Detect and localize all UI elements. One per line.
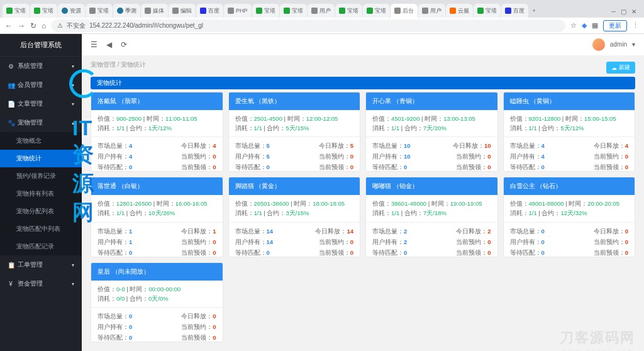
pet-stat-card: 白雪公主 （钻石）价值：48001-88000 | 时间：20:00-20:05… — [503, 177, 636, 257]
breadcrumb: 宠物管理 / 宠物统计 — [82, 55, 644, 74]
reload-button[interactable]: ↻ — [30, 21, 36, 30]
browser-tab[interactable]: 后台 — [391, 4, 418, 18]
new-tab-button[interactable]: + — [529, 4, 540, 18]
card-info: 价值：0-0 | 时间：00:00-00:00消耗：0/0 | 合约：0天/0% — [91, 281, 223, 307]
card-info: 价值：38601-48000 | 时间：19:00-19:05消耗：1/1 | … — [366, 195, 497, 221]
sidebar-group[interactable]: ⚙系统管理▾ — [0, 57, 82, 75]
watermark-url: www.dkewl.com — [562, 347, 635, 351]
sidebar-item[interactable]: 宠物分配列表 — [0, 203, 82, 220]
sidebar-item[interactable]: 宠物匹配中列表 — [0, 220, 82, 238]
close-icon[interactable]: ✕ — [631, 8, 636, 15]
breadcrumb-current: 宠物统计 — [121, 61, 146, 68]
chevron-icon: ▾ — [72, 64, 74, 69]
insecure-icon: ⚠ — [57, 22, 63, 29]
insecure-label: 不安全 — [67, 21, 86, 30]
tab-favicon — [145, 8, 151, 14]
main-content: ☰ ◀ ⟳ admin ▾ ☁ 新建 宠物管理 / 宠物统计 宠物统计 洛戴鼠 … — [82, 34, 644, 351]
sidebar-icon: 📄 — [8, 101, 14, 108]
tab-favicon — [34, 8, 40, 14]
browser-tab[interactable]: PHP — [224, 4, 252, 18]
star-icon[interactable]: ☆ — [570, 21, 577, 30]
browser-tab[interactable]: 媒体 — [141, 4, 168, 18]
user-dropdown-icon[interactable]: ▾ — [632, 41, 635, 48]
card-stats: 市场总量：0今日释放：0用户持有：0当前预约：0等待匹配：0当前预领：0 — [91, 307, 223, 342]
card-info: 价值：26501-38600 | 时间：18:00-18:05消耗：1/1 | … — [229, 195, 360, 221]
browser-tab[interactable]: 资源 — [58, 4, 85, 18]
card-info: 价值：48001-88000 | 时间：20:00-20:05消耗：1/1 | … — [504, 195, 635, 221]
sidebar-item[interactable]: 预约/领养记录 — [0, 167, 82, 185]
tab-favicon — [89, 8, 96, 14]
card-header: 皇后 （尚未開放） — [91, 263, 223, 281]
menu-toggle-icon[interactable]: ☰ — [91, 40, 97, 49]
home-button[interactable]: ⌂ — [42, 21, 46, 30]
tab-favicon — [367, 8, 373, 14]
sidebar-item[interactable]: 宠物概念 — [0, 132, 82, 150]
refresh-icon[interactable]: ⟳ — [121, 40, 127, 49]
tab-favicon — [200, 8, 206, 14]
page-title: 宠物统计 — [91, 77, 635, 89]
tab-favicon — [394, 8, 401, 14]
collapse-icon[interactable]: ◀ — [106, 40, 112, 49]
url-text: 154.222.22.240/admin/#/chongwu/pet_gl — [89, 22, 203, 29]
browser-tab[interactable]: 编辑 — [169, 4, 196, 18]
sidebar-item[interactable]: 宠物持有列表 — [0, 185, 82, 203]
minimize-icon[interactable]: ─ — [611, 8, 616, 15]
browser-tab[interactable]: 百度 — [196, 4, 223, 18]
sidebar-group[interactable]: 📋工单管理▾ — [0, 255, 82, 274]
tab-favicon — [450, 8, 456, 14]
pet-stat-card: 爱生氧 （黑铁）价值：2501-4500 | 时间：12:00-12:05消耗：… — [228, 92, 361, 172]
browser-tab[interactable]: 宝塔 — [30, 4, 57, 18]
sidebar-group[interactable]: 🐾宠物管理▴ — [0, 113, 82, 132]
card-stats: 市场总量：0今日释放：0用户持有：0当前预约：0等待匹配：0当前预领：0 — [504, 222, 635, 257]
sidebar-item[interactable]: 宠物统计 — [0, 150, 82, 167]
tab-favicon — [6, 8, 13, 14]
forward-button[interactable]: → — [18, 21, 25, 30]
card-info: 价值：4501-9200 | 时间：13:00-13:05消耗：1/1 | 合约… — [366, 110, 497, 136]
sidebar-icon: 🐾 — [8, 120, 14, 126]
sidebar-item[interactable]: 宠物匹配记录 — [0, 238, 82, 255]
card-header: 开心果 （青铜） — [366, 92, 497, 110]
address-bar[interactable]: ⚠ 不安全 154.222.22.240/admin/#/chongwu/pet… — [51, 20, 565, 32]
pet-stat-card: 落世通 （白银）价值：12801-26500 | 时间：16:00-16:05消… — [91, 177, 223, 257]
browser-tab[interactable]: 宝塔 — [363, 4, 390, 18]
card-stats: 市场总量：4今日释放：4用户持有：4当前预约：0等待匹配：0当前预领：0 — [91, 136, 223, 172]
browser-tab[interactable]: 宝塔 — [252, 4, 279, 18]
pet-stat-card: 洛戴鼠 （翡翠）价值：900-2500 | 时间：11:00-11:05消耗：1… — [91, 92, 223, 172]
breadcrumb-parent[interactable]: 宠物管理 — [91, 61, 116, 68]
avatar[interactable] — [592, 38, 605, 51]
browser-tab[interactable]: 宝塔 — [3, 4, 30, 18]
browser-tab[interactable]: 宝塔 — [474, 4, 501, 18]
browser-tab[interactable]: 宝塔 — [280, 4, 307, 18]
browser-tab[interactable]: 用户 — [308, 4, 335, 18]
card-header: 爱生氧 （黑铁） — [229, 92, 360, 110]
maximize-icon[interactable]: ▢ — [621, 8, 626, 15]
float-action-button[interactable]: ☁ 新建 — [606, 62, 635, 74]
card-header: 洛戴鼠 （翡翠） — [91, 92, 223, 110]
card-info: 价值：9201-12800 | 时间：15:00-15:05消耗：1/1 | 合… — [504, 110, 635, 136]
tab-favicon — [284, 8, 290, 14]
back-button[interactable]: ← — [5, 21, 13, 30]
chevron-icon: ▾ — [72, 101, 74, 107]
sidebar-group[interactable]: ¥资金管理▾ — [0, 274, 82, 293]
tab-favicon — [172, 8, 179, 14]
pet-stat-card: 开心果 （青铜）价值：4501-9200 | 时间：13:00-13:05消耗：… — [365, 92, 498, 172]
menu-icon[interactable]: ⋮ — [632, 21, 639, 30]
tab-favicon — [477, 8, 484, 14]
extension-icon[interactable]: ◆ — [582, 21, 587, 30]
browser-tab[interactable]: 用户 — [418, 4, 445, 18]
browser-tab[interactable]: 云服 — [446, 4, 473, 18]
browser-tab[interactable]: 季测 — [113, 4, 140, 18]
sidebar-group[interactable]: 📄文章管理▾ — [0, 94, 82, 113]
update-button[interactable]: 更新 — [603, 20, 627, 31]
topbar: ☰ ◀ ⟳ admin ▾ — [82, 34, 644, 55]
browser-tab[interactable]: 百度 — [501, 4, 528, 18]
tab-favicon — [339, 8, 345, 14]
username[interactable]: admin — [610, 41, 627, 48]
browser-tab[interactable]: 宝塔 — [86, 4, 113, 18]
pet-stat-card: 瞌睡虫 （黄铜）价值：9201-12800 | 时间：15:00-15:05消耗… — [503, 92, 636, 172]
card-stats: 市场总量：5今日释放：5用户持有：5当前预约：0等待匹配：0当前预领：0 — [229, 136, 360, 172]
window-controls: ─ ▢ ✕ — [606, 6, 641, 18]
extension-icon-2[interactable]: ▦ — [592, 21, 598, 30]
browser-toolbar: ← → ↻ ⌂ ⚠ 不安全 154.222.22.240/admin/#/cho… — [0, 18, 644, 34]
browser-tab[interactable]: 宝塔 — [335, 4, 362, 18]
